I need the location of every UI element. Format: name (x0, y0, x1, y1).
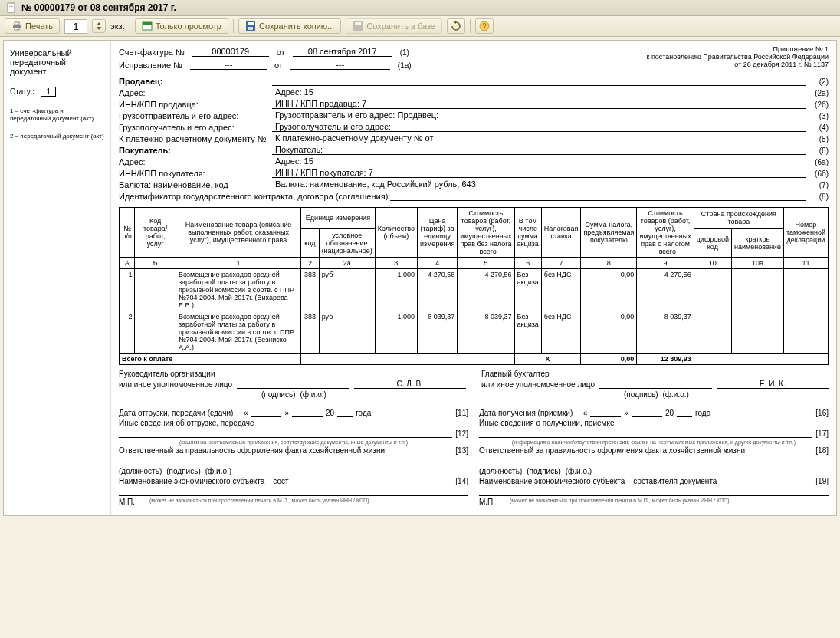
recv-lbl: Дата получения (приемки) (479, 409, 573, 417)
f-innb-val: ИНН / КПП покупателя: 7 (272, 168, 806, 178)
window-title: № 00000179 от 08 сентября 2017 г. (21, 2, 176, 13)
cell: 4 270,56 (418, 269, 458, 311)
copies-input[interactable] (64, 19, 87, 34)
sig-left-title: Руководитель организации (119, 370, 466, 378)
view-only-button[interactable]: Только просмотр (135, 18, 228, 34)
cell: 0,00 (581, 311, 637, 354)
cap-sign2: (подпись) (624, 390, 658, 399)
f-con-val (390, 191, 806, 201)
upd-title-2: передаточный (10, 58, 104, 67)
lower-right: Дата получения (приемки) «»20года[16] Ин… (479, 406, 829, 506)
mpn-r: (может не заполняться при проставлении п… (510, 498, 729, 503)
f-baddr-lbl: Адрес: (119, 157, 272, 166)
f-seller-val (272, 76, 806, 86)
cell: --- (783, 269, 828, 311)
toolbar: Печать экз. Только просмотр Сохранить ко… (0, 16, 840, 37)
cell: руб (319, 311, 375, 354)
from-label-2: от (274, 61, 283, 70)
cpr3: (ф.и.о.) (566, 467, 592, 475)
separator (470, 19, 471, 33)
f-buyer-lbl: Покупатель: (119, 146, 272, 155)
lower-block: Дата отгрузки, передачи (сдачи) «»20года… (119, 406, 829, 506)
n11: [11] (455, 409, 468, 417)
f-cur-lbl: Валюта: наименование, код (119, 180, 272, 189)
document-icon (6, 2, 17, 13)
cell: 1 (120, 269, 135, 311)
svg-text:?: ? (482, 22, 487, 31)
f-cons-val: Грузоотправитель и его адрес: Продавец: (272, 110, 806, 120)
th-ocode: цифровой код (694, 229, 731, 258)
reg-l1: Приложение № 1 (646, 45, 829, 53)
n16: [16] (815, 409, 829, 417)
svg-rect-12 (355, 22, 361, 25)
other-lbl-r: Иные сведения о получении, приемке (479, 419, 614, 427)
help-button[interactable]: ? (475, 18, 494, 34)
ship-lbl: Дата отгрузки, передачи (сдачи) (119, 409, 233, 417)
totals-tax: 0,00 (581, 354, 637, 365)
totals-row: Всего к оплате Х 0,00 12 309,93 (120, 354, 829, 365)
corr-date: --- (290, 60, 390, 70)
cell: 1,000 (375, 269, 417, 311)
cpr1: (должность) (479, 467, 522, 475)
sig-left-name: С. Л. В. (354, 380, 467, 389)
f-innb-num: (6б) (806, 169, 829, 178)
f-cone-lbl: Грузополучатель и его адрес: (119, 123, 272, 132)
cpr2: (подпись) (527, 467, 560, 475)
signatures: Руководитель организации или иное уполно… (119, 370, 829, 399)
f-seller-lbl: Продавец: (119, 77, 272, 86)
table-icon (142, 21, 153, 31)
legend-2: 2 – передаточный документ (акт) (10, 133, 104, 140)
q2: « (583, 409, 588, 417)
sig-right-title: Главный бухгалтер (481, 370, 829, 378)
regulation-note: Приложение № 1 к постановлению Правитель… (646, 45, 829, 68)
main-area: Приложение № 1 к постановлению Правитель… (111, 41, 836, 515)
cell: 0,00 (581, 269, 637, 311)
refresh-button[interactable] (447, 18, 465, 34)
column-numbers: АБ122а34567891010а11 (120, 258, 829, 269)
f-buyer-num: (6) (806, 146, 829, 155)
table-row: 1Возмещение расходов средней заработной … (120, 269, 829, 311)
fields-block: Продавец:(2) Адрес:Адрес: 15(2а) ИНН/КПП… (119, 76, 829, 201)
save-db-button[interactable]: Сохранить в базе (346, 18, 442, 34)
printer-icon (11, 21, 22, 31)
f-addr-lbl: Адрес: (119, 88, 272, 97)
copies-stepper[interactable] (92, 19, 106, 33)
th-npp: № п/п (120, 208, 135, 258)
save-copy-button[interactable]: Сохранить копию... (238, 18, 341, 34)
n18: [18] (815, 446, 829, 455)
f-inns-val: ИНН / КПП продавца: 7 (272, 99, 806, 109)
cell (135, 269, 176, 311)
cell: --- (694, 269, 731, 311)
f-pay-lbl: К платежно-расчетному документу № (119, 134, 272, 143)
svg-rect-0 (8, 3, 15, 12)
cpl2: (подпись) (166, 467, 200, 475)
th-excise: В том числе сумма акциза (514, 208, 541, 258)
colnum: А (120, 258, 135, 269)
cell: 4 270,56 (637, 269, 694, 311)
cell: 8 039,37 (458, 311, 514, 354)
f-con-lbl: Идентификатор государственного контракта… (119, 192, 390, 201)
legend-1: 1 – счет-фактура и передаточный документ… (10, 107, 104, 122)
th-total: Стоимость товаров (работ, услуг), имущес… (637, 208, 694, 258)
print-label: Печать (25, 21, 53, 31)
cell: Возмещение расходов средней заработной п… (176, 311, 300, 354)
cap-sign1: (подпись) (261, 390, 295, 399)
print-button[interactable]: Печать (5, 18, 60, 34)
cap-fio1: (ф.и.о.) (300, 390, 326, 399)
cell: 1,000 (375, 311, 417, 354)
totals-total: 12 309,93 (637, 354, 694, 365)
f-seller-num: (2) (806, 77, 829, 86)
sig-right-name: Е. И. К. (717, 380, 829, 389)
cell: руб (319, 269, 375, 311)
f-inns-num: (2б) (806, 100, 829, 109)
n14: [14] (455, 477, 468, 485)
f-inns-lbl: ИНН/КПП продавца: (119, 100, 272, 109)
f-pay-num: (5) (806, 135, 829, 143)
cpl3: (ф.и.о.) (205, 467, 231, 475)
left-panel: Универсальный передаточный документ Стат… (4, 41, 111, 515)
corr-label: Исправление № (119, 61, 182, 70)
colnum: 7 (541, 258, 581, 269)
totals-x: Х (514, 354, 581, 365)
sig-right-sign (599, 380, 712, 389)
f-addr-val: Адрес: 15 (272, 87, 806, 97)
